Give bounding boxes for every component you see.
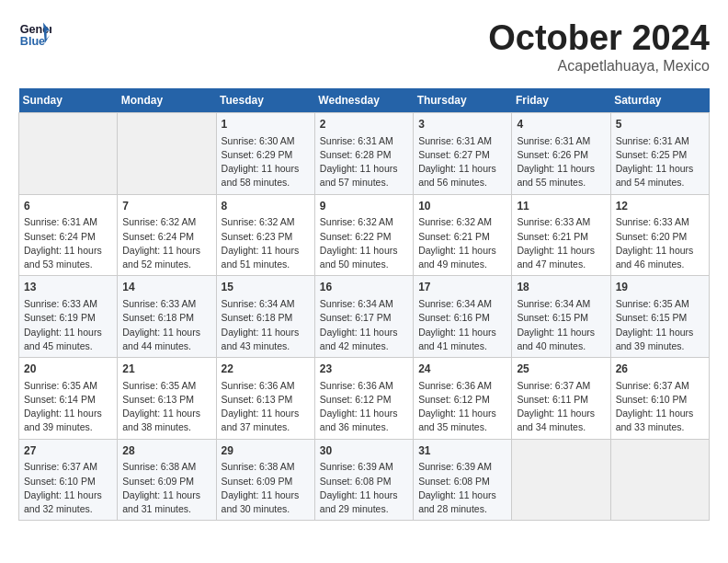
calendar-header: SundayMondayTuesdayWednesdayThursdayFrid… [19, 88, 710, 113]
day-info: Sunrise: 6:36 AMSunset: 6:12 PMDaylight:… [320, 379, 408, 435]
day-header-monday: Monday [118, 88, 216, 113]
calendar-cell: 7Sunrise: 6:32 AMSunset: 6:24 PMDaylight… [118, 194, 216, 276]
day-number: 18 [517, 280, 605, 295]
day-info: Sunrise: 6:37 AMSunset: 6:11 PMDaylight:… [517, 379, 605, 435]
day-header-friday: Friday [512, 88, 610, 113]
day-number: 7 [122, 199, 210, 214]
calendar-cell: 5Sunrise: 6:31 AMSunset: 6:25 PMDaylight… [610, 113, 709, 195]
day-info: Sunrise: 6:31 AMSunset: 6:27 PMDaylight:… [418, 134, 506, 190]
calendar-body: 1Sunrise: 6:30 AMSunset: 6:29 PMDaylight… [19, 113, 710, 521]
day-info: Sunrise: 6:36 AMSunset: 6:13 PMDaylight:… [222, 379, 310, 435]
month-year-title: October 2024 [488, 18, 710, 58]
calendar-cell: 16Sunrise: 6:34 AMSunset: 6:17 PMDayligh… [314, 276, 413, 358]
day-number: 23 [320, 362, 408, 377]
calendar-cell: 24Sunrise: 6:36 AMSunset: 6:12 PMDayligh… [414, 358, 512, 440]
day-info: Sunrise: 6:33 AMSunset: 6:20 PMDaylight:… [616, 215, 704, 271]
calendar-cell: 13Sunrise: 6:33 AMSunset: 6:19 PMDayligh… [19, 276, 118, 358]
day-number: 10 [418, 199, 506, 214]
calendar-cell [512, 439, 610, 521]
calendar-cell: 30Sunrise: 6:39 AMSunset: 6:08 PMDayligh… [314, 439, 413, 521]
page-header: General Blue October 2024 Acapetlahuaya,… [18, 18, 710, 75]
logo-icon: General Blue [18, 18, 51, 52]
calendar-cell: 20Sunrise: 6:35 AMSunset: 6:14 PMDayligh… [19, 358, 118, 440]
calendar-cell: 28Sunrise: 6:38 AMSunset: 6:09 PMDayligh… [118, 439, 216, 521]
calendar-cell: 11Sunrise: 6:33 AMSunset: 6:21 PMDayligh… [512, 194, 610, 276]
day-number: 3 [418, 117, 506, 132]
calendar-cell: 10Sunrise: 6:32 AMSunset: 6:21 PMDayligh… [414, 194, 512, 276]
day-info: Sunrise: 6:31 AMSunset: 6:28 PMDaylight:… [320, 134, 408, 190]
calendar-cell: 1Sunrise: 6:30 AMSunset: 6:29 PMDaylight… [216, 113, 314, 195]
day-info: Sunrise: 6:32 AMSunset: 6:22 PMDaylight:… [320, 215, 408, 271]
day-number: 17 [418, 280, 506, 295]
logo: General Blue [18, 18, 51, 52]
day-info: Sunrise: 6:35 AMSunset: 6:14 PMDaylight:… [24, 379, 112, 435]
day-number: 1 [222, 117, 310, 132]
title-block: October 2024 Acapetlahuaya, Mexico [488, 18, 710, 75]
day-number: 6 [24, 199, 112, 214]
day-header-sunday: Sunday [19, 88, 118, 113]
day-header-tuesday: Tuesday [216, 88, 314, 113]
day-info: Sunrise: 6:33 AMSunset: 6:19 PMDaylight:… [24, 297, 112, 353]
calendar-cell: 23Sunrise: 6:36 AMSunset: 6:12 PMDayligh… [314, 358, 413, 440]
day-number: 12 [616, 199, 704, 214]
day-info: Sunrise: 6:31 AMSunset: 6:25 PMDaylight:… [616, 134, 704, 190]
day-info: Sunrise: 6:38 AMSunset: 6:09 PMDaylight:… [222, 460, 310, 516]
calendar-cell: 22Sunrise: 6:36 AMSunset: 6:13 PMDayligh… [216, 358, 314, 440]
day-number: 22 [222, 362, 310, 377]
calendar-table: SundayMondayTuesdayWednesdayThursdayFrid… [18, 88, 710, 521]
day-info: Sunrise: 6:37 AMSunset: 6:10 PMDaylight:… [24, 460, 112, 516]
calendar-cell: 19Sunrise: 6:35 AMSunset: 6:15 PMDayligh… [610, 276, 709, 358]
calendar-week-row: 1Sunrise: 6:30 AMSunset: 6:29 PMDaylight… [19, 113, 710, 195]
calendar-cell: 12Sunrise: 6:33 AMSunset: 6:20 PMDayligh… [610, 194, 709, 276]
calendar-cell: 2Sunrise: 6:31 AMSunset: 6:28 PMDaylight… [314, 113, 413, 195]
day-info: Sunrise: 6:37 AMSunset: 6:10 PMDaylight:… [616, 379, 704, 435]
day-info: Sunrise: 6:39 AMSunset: 6:08 PMDaylight:… [320, 460, 408, 516]
day-number: 27 [24, 443, 112, 459]
calendar-week-row: 6Sunrise: 6:31 AMSunset: 6:24 PMDaylight… [19, 194, 710, 276]
day-number: 14 [122, 280, 210, 295]
day-number: 24 [418, 362, 506, 377]
day-number: 8 [222, 199, 310, 214]
calendar-cell: 25Sunrise: 6:37 AMSunset: 6:11 PMDayligh… [512, 358, 610, 440]
day-info: Sunrise: 6:34 AMSunset: 6:17 PMDaylight:… [320, 297, 408, 353]
calendar-cell: 31Sunrise: 6:39 AMSunset: 6:08 PMDayligh… [414, 439, 512, 521]
day-number: 9 [320, 199, 408, 214]
day-info: Sunrise: 6:34 AMSunset: 6:18 PMDaylight:… [222, 297, 310, 353]
day-info: Sunrise: 6:35 AMSunset: 6:13 PMDaylight:… [122, 379, 210, 435]
day-info: Sunrise: 6:32 AMSunset: 6:21 PMDaylight:… [418, 215, 506, 271]
calendar-cell [19, 113, 118, 195]
calendar-cell [610, 439, 709, 521]
day-info: Sunrise: 6:35 AMSunset: 6:15 PMDaylight:… [616, 297, 704, 353]
day-header-saturday: Saturday [610, 88, 709, 113]
day-info: Sunrise: 6:39 AMSunset: 6:08 PMDaylight:… [418, 460, 506, 516]
calendar-cell: 6Sunrise: 6:31 AMSunset: 6:24 PMDaylight… [19, 194, 118, 276]
day-number: 26 [616, 362, 704, 377]
day-number: 31 [418, 443, 506, 459]
day-header-wednesday: Wednesday [314, 88, 413, 113]
calendar-cell [118, 113, 216, 195]
day-number: 25 [517, 362, 605, 377]
calendar-cell: 9Sunrise: 6:32 AMSunset: 6:22 PMDaylight… [314, 194, 413, 276]
day-number: 16 [320, 280, 408, 295]
day-info: Sunrise: 6:31 AMSunset: 6:26 PMDaylight:… [517, 134, 605, 190]
svg-text:Blue: Blue [20, 35, 45, 48]
calendar-week-row: 20Sunrise: 6:35 AMSunset: 6:14 PMDayligh… [19, 358, 710, 440]
day-number: 28 [122, 443, 210, 459]
calendar-cell: 3Sunrise: 6:31 AMSunset: 6:27 PMDaylight… [414, 113, 512, 195]
calendar-cell: 29Sunrise: 6:38 AMSunset: 6:09 PMDayligh… [216, 439, 314, 521]
day-number: 19 [616, 280, 704, 295]
calendar-cell: 4Sunrise: 6:31 AMSunset: 6:26 PMDaylight… [512, 113, 610, 195]
day-number: 13 [24, 280, 112, 295]
header-row: SundayMondayTuesdayWednesdayThursdayFrid… [19, 88, 710, 113]
day-number: 2 [320, 117, 408, 132]
day-number: 15 [222, 280, 310, 295]
day-info: Sunrise: 6:32 AMSunset: 6:24 PMDaylight:… [122, 215, 210, 271]
day-number: 29 [222, 443, 310, 459]
day-number: 5 [616, 117, 704, 132]
calendar-cell: 27Sunrise: 6:37 AMSunset: 6:10 PMDayligh… [19, 439, 118, 521]
calendar-cell: 17Sunrise: 6:34 AMSunset: 6:16 PMDayligh… [414, 276, 512, 358]
calendar-cell: 15Sunrise: 6:34 AMSunset: 6:18 PMDayligh… [216, 276, 314, 358]
day-info: Sunrise: 6:36 AMSunset: 6:12 PMDaylight:… [418, 379, 506, 435]
day-info: Sunrise: 6:34 AMSunset: 6:16 PMDaylight:… [418, 297, 506, 353]
day-number: 4 [517, 117, 605, 132]
